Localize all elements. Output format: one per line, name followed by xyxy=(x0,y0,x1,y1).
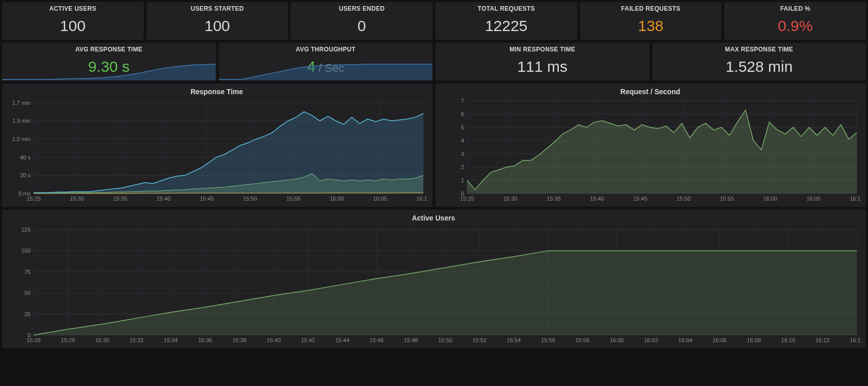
svg-text:4: 4 xyxy=(461,137,464,144)
svg-text:15:38: 15:38 xyxy=(232,337,247,343)
svg-text:16:05: 16:05 xyxy=(373,196,387,202)
svg-text:15:30: 15:30 xyxy=(95,337,110,343)
svg-text:15:46: 15:46 xyxy=(370,337,384,343)
svg-text:25: 25 xyxy=(24,311,31,317)
stat-title: ACTIVE USERS xyxy=(49,5,96,12)
stat-panel[interactable]: USERS ENDED0 xyxy=(291,2,432,40)
stat-value: 100 xyxy=(60,17,86,35)
svg-text:15:50: 15:50 xyxy=(438,337,452,343)
stat-panel[interactable]: ACTIVE USERS100 xyxy=(2,2,144,40)
stats-top-row: ACTIVE USERS100USERS STARTED100USERS END… xyxy=(2,2,866,40)
stat-value: 111 ms xyxy=(518,58,567,75)
stat-panel[interactable]: FAILED %0.9% xyxy=(724,2,866,40)
svg-text:15:35: 15:35 xyxy=(113,196,127,202)
svg-text:15:34: 15:34 xyxy=(164,337,178,343)
stat-value: 0 xyxy=(358,17,366,35)
svg-text:75: 75 xyxy=(24,269,31,275)
svg-text:16:08: 16:08 xyxy=(747,337,761,343)
svg-text:50: 50 xyxy=(24,290,31,296)
stat-title: USERS STARTED xyxy=(191,5,243,12)
chart-title: Request / Second xyxy=(440,88,861,96)
stat-panel[interactable]: MAX RESPONSE TIME1.528 min xyxy=(653,43,866,80)
stat-panel[interactable]: AVG RESPONSE TIME9.30 s xyxy=(2,43,216,80)
chart-svg[interactable]: 0 ms20 s40 s1.0 min1.3 min1.7 min15:2515… xyxy=(6,98,427,205)
stat-title: MAX RESPONSE TIME xyxy=(725,46,793,53)
stat-panel[interactable]: AVG THROUGHPUT4 / Sec xyxy=(219,43,433,80)
svg-text:15:40: 15:40 xyxy=(156,196,171,202)
stat-title: USERS ENDED xyxy=(339,5,385,12)
svg-text:1.7 min: 1.7 min xyxy=(12,100,31,106)
svg-text:15:28: 15:28 xyxy=(61,337,75,343)
active-users-panel[interactable]: Active Users 025507510012515:2615:2815:3… xyxy=(2,210,866,348)
chart-title: Active Users xyxy=(6,214,861,222)
svg-text:15:56: 15:56 xyxy=(541,337,555,343)
svg-text:16:10: 16:10 xyxy=(781,337,796,343)
svg-text:15:30: 15:30 xyxy=(503,196,518,202)
svg-text:16:10: 16:10 xyxy=(416,196,427,202)
svg-text:3: 3 xyxy=(461,151,464,157)
svg-text:15:45: 15:45 xyxy=(633,196,647,202)
request-per-second-panel[interactable]: Request / Second 0123456715:2515:3015:35… xyxy=(436,84,866,207)
svg-text:15:40: 15:40 xyxy=(590,196,604,202)
stat-value: 1.528 min xyxy=(725,58,793,75)
chart-title: Response Time xyxy=(6,88,427,96)
response-time-panel[interactable]: Response Time 0 ms20 s40 s1.0 min1.3 min… xyxy=(2,84,432,207)
stat-title: MIN RESPONSE TIME xyxy=(509,46,575,53)
svg-text:15:52: 15:52 xyxy=(473,337,487,343)
charts-row-2: Active Users 025507510012515:2615:2815:3… xyxy=(2,210,866,348)
stat-title: FAILED REQUESTS xyxy=(621,5,681,12)
stat-title: TOTAL REQUESTS xyxy=(478,5,535,12)
stat-panel[interactable]: USERS STARTED100 xyxy=(147,2,288,40)
svg-text:20 s: 20 s xyxy=(20,172,31,178)
svg-text:16:00: 16:00 xyxy=(763,196,777,202)
stat-value: 138 xyxy=(638,17,663,35)
svg-text:16:05: 16:05 xyxy=(806,196,821,202)
svg-text:15:50: 15:50 xyxy=(676,196,691,202)
charts-row-1: Response Time 0 ms20 s40 s1.0 min1.3 min… xyxy=(2,84,866,207)
svg-text:15:58: 15:58 xyxy=(576,337,590,343)
svg-text:15:44: 15:44 xyxy=(335,337,349,343)
stat-value: 100 xyxy=(204,17,230,35)
svg-text:16:04: 16:04 xyxy=(679,337,693,343)
svg-text:100: 100 xyxy=(21,247,31,254)
svg-text:15:55: 15:55 xyxy=(720,196,734,202)
svg-text:1.0 min: 1.0 min xyxy=(12,136,31,142)
svg-text:15:25: 15:25 xyxy=(26,196,41,202)
svg-text:125: 125 xyxy=(21,227,31,233)
chart-svg[interactable]: 025507510012515:2615:2815:3015:3215:3415… xyxy=(6,224,861,346)
svg-text:15:40: 15:40 xyxy=(267,337,281,343)
stats-mid-row: AVG RESPONSE TIME9.30 sAVG THROUGHPUT4 /… xyxy=(2,43,866,80)
stat-title: AVG THROUGHPUT xyxy=(296,46,356,53)
chart-svg[interactable]: 0123456715:2515:3015:3515:4015:4515:5015… xyxy=(440,98,861,205)
stat-panel[interactable]: MIN RESPONSE TIME111 ms xyxy=(436,43,649,80)
svg-text:15:35: 15:35 xyxy=(547,196,561,202)
svg-text:16:14: 16:14 xyxy=(850,337,861,343)
svg-text:16:12: 16:12 xyxy=(816,337,830,343)
svg-text:15:54: 15:54 xyxy=(507,337,521,343)
svg-text:15:45: 15:45 xyxy=(200,196,214,202)
svg-text:15:30: 15:30 xyxy=(70,196,84,202)
svg-text:1: 1 xyxy=(461,177,464,183)
stat-value: 0.9% xyxy=(778,17,812,35)
svg-text:15:42: 15:42 xyxy=(301,337,315,343)
svg-text:15:25: 15:25 xyxy=(460,196,474,202)
svg-text:15:50: 15:50 xyxy=(243,196,257,202)
svg-text:15:48: 15:48 xyxy=(404,337,418,343)
sparkline xyxy=(219,61,433,80)
svg-text:16:00: 16:00 xyxy=(330,196,344,202)
stat-panel[interactable]: TOTAL REQUESTS12225 xyxy=(436,2,577,40)
svg-text:7: 7 xyxy=(461,98,464,104)
svg-text:5: 5 xyxy=(461,124,464,130)
svg-text:6: 6 xyxy=(461,111,464,117)
sparkline xyxy=(2,61,216,80)
svg-text:16:10: 16:10 xyxy=(850,196,861,202)
stat-title: FAILED % xyxy=(780,5,810,12)
stat-title: AVG RESPONSE TIME xyxy=(75,46,143,53)
svg-text:15:55: 15:55 xyxy=(286,196,301,202)
svg-text:15:26: 15:26 xyxy=(26,337,41,343)
svg-text:15:36: 15:36 xyxy=(198,337,212,343)
svg-text:16:02: 16:02 xyxy=(644,337,658,343)
stat-panel[interactable]: FAILED REQUESTS138 xyxy=(580,2,722,40)
svg-text:16:06: 16:06 xyxy=(713,337,727,343)
svg-text:40 s: 40 s xyxy=(20,154,31,160)
